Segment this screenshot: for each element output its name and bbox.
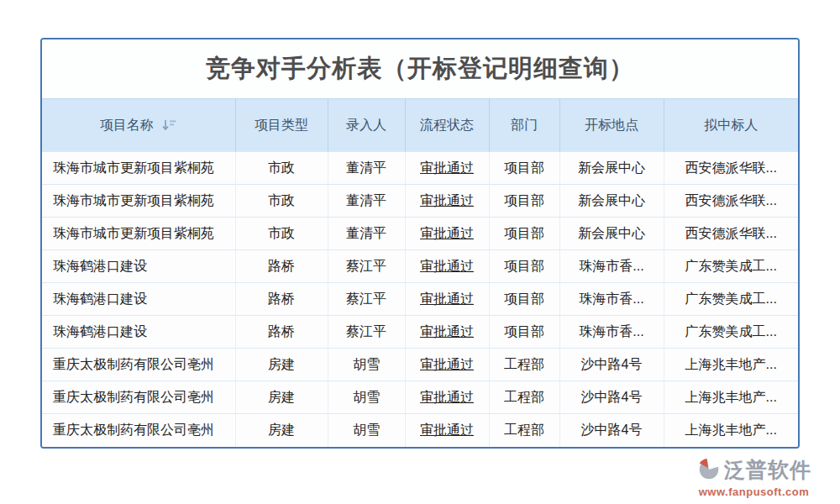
table-row: 珠海鹤港口建设 路桥 蔡江平 审批通过 项目部 珠海市香... 广东赞美成工..… [42,316,798,349]
project-type-cell: 房建 [235,349,328,381]
project-type-cell: 市政 [235,152,328,185]
project-name-link[interactable]: 珠海鹤港口建设 [42,283,235,316]
entered-by-link[interactable]: 董清平 [328,185,405,218]
proposed-winner-cell: 广东赞美成工... [664,250,798,283]
process-status-link[interactable]: 审批通过 [405,381,489,414]
bid-location-cell: 珠海市香... [559,283,664,316]
department-cell: 项目部 [489,316,559,349]
entered-by-link[interactable]: 蔡江平 [328,250,405,283]
brand-name: 泛普软件 [724,459,811,480]
department-cell: 项目部 [489,185,559,218]
department-cell: 项目部 [489,283,559,316]
brand-url[interactable]: www.fanpusoft.com [699,486,810,497]
bid-location-cell: 珠海市香... [559,250,664,283]
entered-by-link[interactable]: 胡雪 [328,349,405,381]
fanpu-logo-icon [696,456,722,484]
bid-location-cell: 新会展中心 [559,218,664,250]
process-status-link[interactable]: 审批通过 [405,349,489,381]
department-cell: 工程部 [489,381,559,414]
proposed-winner-cell: 广东赞美成工... [664,283,798,316]
vendor-logo: 泛普软件 www.fanpusoft.com [696,456,811,497]
department-cell: 工程部 [489,349,559,381]
brand-row: 泛普软件 [696,456,811,484]
sort-icon[interactable] [162,119,176,134]
project-type-cell: 路桥 [235,316,328,349]
table-row: 珠海鹤港口建设 路桥 蔡江平 审批通过 项目部 珠海市香... 广东赞美成工..… [42,250,798,283]
process-status-link[interactable]: 审批通过 [405,218,489,250]
table-row: 珠海市城市更新项目紫桐苑 市政 董清平 审批通过 项目部 新会展中心 西安德派华… [42,152,798,185]
proposed-winner-cell: 西安德派华联... [664,185,798,218]
page-title: 竞争对手分析表（开标登记明细查询） [42,39,798,98]
col-header-project-name[interactable]: 项目名称 [42,99,235,152]
project-type-cell: 房建 [235,414,328,447]
entered-by-link[interactable]: 胡雪 [328,414,405,447]
project-type-cell: 市政 [235,185,328,218]
bid-analysis-table: 项目名称 项目类型 录入人 流程状态 部门 开标地点 拟中标人 [42,98,798,447]
proposed-winner-cell: 西安德派华联... [664,152,798,185]
bid-location-cell: 沙中路4号 [559,381,664,414]
proposed-winner-cell: 上海兆丰地产... [664,349,798,381]
table-row: 重庆太极制药有限公司亳州 房建 胡雪 审批通过 工程部 沙中路4号 上海兆丰地产… [42,349,798,381]
project-name-link[interactable]: 珠海鹤港口建设 [42,316,235,349]
proposed-winner-cell: 西安德派华联... [664,218,798,250]
col-header-project-name-label: 项目名称 [100,118,154,132]
process-status-link[interactable]: 审批通过 [405,152,489,185]
project-name-link[interactable]: 重庆太极制药有限公司亳州 [42,349,235,381]
bid-location-cell: 珠海市香... [559,316,664,349]
col-header-project-type[interactable]: 项目类型 [235,99,328,152]
department-cell: 项目部 [489,250,559,283]
entered-by-link[interactable]: 董清平 [328,152,405,185]
entered-by-link[interactable]: 董清平 [328,218,405,250]
table-body: 珠海市城市更新项目紫桐苑 市政 董清平 审批通过 项目部 新会展中心 西安德派华… [42,152,798,447]
col-header-entered-by[interactable]: 录入人 [328,99,405,152]
project-name-link[interactable]: 珠海市城市更新项目紫桐苑 [42,218,235,250]
bid-location-cell: 沙中路4号 [559,349,664,381]
proposed-winner-cell: 上海兆丰地产... [664,414,798,447]
col-header-department[interactable]: 部门 [489,99,559,152]
department-cell: 工程部 [489,414,559,447]
project-name-link[interactable]: 珠海鹤港口建设 [42,250,235,283]
entered-by-link[interactable]: 蔡江平 [328,316,405,349]
table-row: 重庆太极制药有限公司亳州 房建 胡雪 审批通过 工程部 沙中路4号 上海兆丰地产… [42,414,798,447]
proposed-winner-cell: 上海兆丰地产... [664,381,798,414]
project-name-link[interactable]: 重庆太极制药有限公司亳州 [42,381,235,414]
process-status-link[interactable]: 审批通过 [405,185,489,218]
process-status-link[interactable]: 审批通过 [405,283,489,316]
project-type-cell: 路桥 [235,250,328,283]
col-header-process-status[interactable]: 流程状态 [405,99,489,152]
entered-by-link[interactable]: 蔡江平 [328,283,405,316]
project-type-cell: 房建 [235,381,328,414]
process-status-link[interactable]: 审批通过 [405,414,489,447]
entered-by-link[interactable]: 胡雪 [328,381,405,414]
table-row: 珠海市城市更新项目紫桐苑 市政 董清平 审批通过 项目部 新会展中心 西安德派华… [42,185,798,218]
proposed-winner-cell: 广东赞美成工... [664,316,798,349]
report-panel: 竞争对手分析表（开标登记明细查询） 项目名称 [40,38,800,449]
bid-location-cell: 沙中路4号 [559,414,664,447]
project-type-cell: 市政 [235,218,328,250]
col-header-bid-location[interactable]: 开标地点 [559,99,664,152]
project-name-link[interactable]: 重庆太极制药有限公司亳州 [42,414,235,447]
project-name-link[interactable]: 珠海市城市更新项目紫桐苑 [42,152,235,185]
process-status-link[interactable]: 审批通过 [405,250,489,283]
project-type-cell: 路桥 [235,283,328,316]
table-row: 重庆太极制药有限公司亳州 房建 胡雪 审批通过 工程部 沙中路4号 上海兆丰地产… [42,381,798,414]
col-header-proposed-winner[interactable]: 拟中标人 [664,99,798,152]
bid-location-cell: 新会展中心 [559,152,664,185]
department-cell: 项目部 [489,218,559,250]
bid-location-cell: 新会展中心 [559,185,664,218]
department-cell: 项目部 [489,152,559,185]
project-name-link[interactable]: 珠海市城市更新项目紫桐苑 [42,185,235,218]
process-status-link[interactable]: 审批通过 [405,316,489,349]
table-header: 项目名称 项目类型 录入人 流程状态 部门 开标地点 拟中标人 [42,99,798,152]
table-row: 珠海市城市更新项目紫桐苑 市政 董清平 审批通过 项目部 新会展中心 西安德派华… [42,218,798,250]
header-row: 项目名称 项目类型 录入人 流程状态 部门 开标地点 拟中标人 [42,99,798,152]
table-row: 珠海鹤港口建设 路桥 蔡江平 审批通过 项目部 珠海市香... 广东赞美成工..… [42,283,798,316]
